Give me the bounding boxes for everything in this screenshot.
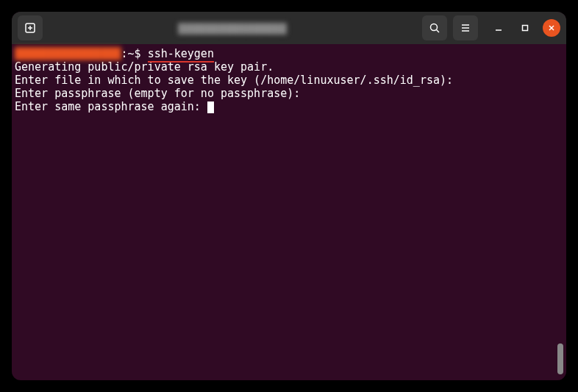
prompt-dollar: $ bbox=[135, 47, 148, 60]
output-line-1: Generating public/private rsa key pair. bbox=[15, 60, 563, 74]
window-controls bbox=[490, 19, 560, 37]
cursor bbox=[207, 101, 214, 113]
output-line-2: Enter file in which to save the key (/ho… bbox=[15, 74, 563, 87]
svg-rect-9 bbox=[523, 26, 528, 31]
svg-point-3 bbox=[431, 24, 438, 31]
menu-button[interactable] bbox=[453, 15, 478, 40]
terminal-body[interactable]: ████████████████:~$ ssh-keygen Generatin… bbox=[12, 44, 566, 380]
command-text: ssh-keygen bbox=[148, 47, 214, 63]
terminal-window: ████████████████ bbox=[12, 12, 566, 380]
window-title-area: ████████████████ bbox=[49, 23, 416, 34]
output-line-4-text: Enter same passphrase again: bbox=[15, 100, 207, 113]
close-button[interactable] bbox=[543, 19, 560, 37]
minimize-icon bbox=[495, 24, 502, 32]
close-icon bbox=[548, 24, 555, 32]
maximize-button[interactable] bbox=[516, 19, 534, 37]
prompt-user: ████████████████ bbox=[15, 47, 121, 60]
titlebar: ████████████████ bbox=[12, 12, 566, 44]
output-line-4: Enter same passphrase again: bbox=[15, 100, 563, 113]
scrollbar[interactable] bbox=[557, 343, 563, 374]
new-tab-icon bbox=[24, 22, 36, 34]
search-button[interactable] bbox=[422, 15, 447, 40]
prompt-path: ~ bbox=[128, 47, 135, 60]
hamburger-icon bbox=[460, 22, 471, 34]
new-tab-button[interactable] bbox=[18, 15, 43, 40]
window-title: ████████████████ bbox=[178, 23, 286, 34]
svg-line-4 bbox=[437, 30, 440, 33]
prompt-line: ████████████████:~$ ssh-keygen bbox=[15, 47, 563, 60]
prompt-separator: : bbox=[121, 47, 128, 60]
maximize-icon bbox=[521, 24, 529, 32]
search-icon bbox=[429, 22, 440, 34]
output-line-3: Enter passphrase (empty for no passphras… bbox=[15, 87, 563, 100]
minimize-button[interactable] bbox=[490, 19, 507, 37]
